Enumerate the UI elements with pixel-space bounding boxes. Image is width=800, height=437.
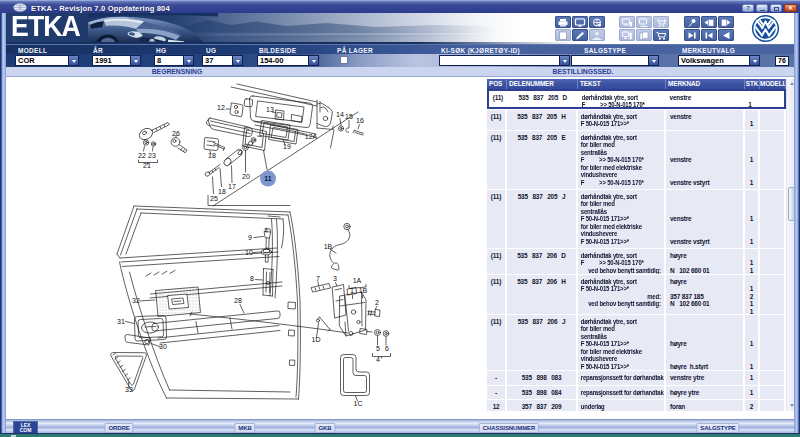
table-row[interactable]: -535 898 083reparasjonssett for dørhandt… <box>487 371 786 385</box>
cart-export-button[interactable] <box>653 16 669 28</box>
part-label-15[interactable]: 15 <box>345 113 353 120</box>
part-label-26[interactable]: 26 <box>172 130 180 137</box>
hg-combo[interactable]: 8 <box>154 55 194 66</box>
minimize-button[interactable] <box>756 4 768 12</box>
part-label-28[interactable]: 28 <box>234 297 242 304</box>
chevron-down-icon <box>749 56 759 65</box>
globe-button[interactable] <box>589 16 605 28</box>
dealer-button[interactable] <box>589 29 605 41</box>
table-row[interactable]: (11)535 837 206 Ddørhåndtak ytre, sortF … <box>487 249 786 274</box>
part-label-11[interactable]: 11 <box>264 175 272 182</box>
printer-button[interactable] <box>555 16 571 28</box>
part-label-9[interactable]: 9 <box>248 234 252 241</box>
table-row[interactable]: (11)535 837 206 Jdørhåndtak ytre, sortfo… <box>487 315 786 370</box>
footer-button-chassisnummer[interactable]: CHASSISNUMMER <box>479 423 539 433</box>
pencil-button[interactable] <box>572 29 588 41</box>
monitor-phone-button[interactable] <box>619 29 635 41</box>
salgstype-combo[interactable] <box>571 55 659 66</box>
back-button[interactable] <box>718 29 734 41</box>
close-button[interactable]: ✕ <box>784 4 797 12</box>
pin-button[interactable] <box>684 16 700 28</box>
part-label-18[interactable]: 18 <box>208 152 216 159</box>
part-label-20[interactable]: 20 <box>242 173 250 180</box>
part-label-1A[interactable]: 1A <box>353 277 362 284</box>
table-row[interactable]: -535 898 084reparasjonssett for dørhandt… <box>487 386 786 399</box>
part-label-17[interactable]: 17 <box>228 183 236 190</box>
ki-sok-combo[interactable] <box>439 55 570 66</box>
part-label-4[interactable]: 4 <box>376 356 380 363</box>
part-label-2[interactable]: 2 <box>375 299 379 306</box>
chevron-down-icon <box>648 56 658 65</box>
part-label-19[interactable]: 19 <box>283 143 291 150</box>
part-label-32[interactable]: 32 <box>132 297 140 304</box>
part-label-10[interactable]: 10 <box>245 249 253 256</box>
parts-diagram[interactable]: 121314151612A1926222321182017182591081B7… <box>6 78 483 419</box>
page-prev-button[interactable] <box>701 16 717 28</box>
skip-end-button[interactable] <box>684 29 700 41</box>
table-row[interactable]: (11)535 837 206 Hdørhåndtak ytre, sortF … <box>487 275 786 314</box>
footer-button-gkb[interactable]: GKB <box>314 423 335 433</box>
table-row[interactable]: (11)535 837 205 Ddørhåndtak ytre, sortF … <box>487 89 786 109</box>
footer-button-ordre[interactable]: ORDRE <box>104 423 133 433</box>
part-label-3[interactable]: 3 <box>333 275 337 282</box>
table-row[interactable]: (11)535 837 205 Hdørhåndtak ytre, sortF … <box>487 110 786 130</box>
documents-icon <box>638 31 650 40</box>
table-row[interactable]: (11)535 837 205 Edørhåndtak ytre, sortfo… <box>487 131 786 189</box>
banner: ETKA <box>0 13 800 44</box>
part-label-33[interactable]: 33 <box>125 386 133 393</box>
part-label-21[interactable]: 21 <box>143 162 151 169</box>
part-label-1C[interactable]: 1C <box>354 400 363 407</box>
ug-combo[interactable]: 37 <box>202 55 243 66</box>
part-label-1[interactable]: 1 <box>350 287 354 294</box>
column-header-modell[interactable]: MODELL <box>760 79 786 89</box>
merkeutvalg-combo[interactable]: Volkswagen <box>678 55 760 66</box>
part-label-7[interactable]: 7 <box>316 275 320 282</box>
page-next-button[interactable] <box>718 16 734 28</box>
column-header-merknad[interactable]: MERKNAD <box>666 79 745 89</box>
part-label-22[interactable]: 22 <box>138 152 146 159</box>
part-label-1D[interactable]: 1D <box>312 336 321 343</box>
maximize-button[interactable] <box>770 4 782 12</box>
part-label-8[interactable]: 8 <box>250 275 254 282</box>
elsa-monitor-button[interactable] <box>619 16 635 28</box>
part-label-23[interactable]: 23 <box>148 152 156 159</box>
column-header-tekst[interactable]: TEKST <box>578 79 666 89</box>
column-header-pos[interactable]: POS <box>487 79 507 89</box>
column-header-stk[interactable]: STK <box>745 79 760 89</box>
footer-button-salgstype[interactable]: SALGSTYPE <box>696 423 739 433</box>
monitor-button[interactable] <box>572 16 588 28</box>
depot-monitor-button[interactable] <box>636 16 652 28</box>
part-label-6[interactable]: 6 <box>385 345 389 352</box>
table-row[interactable]: (11)535 837 205 Jdørhåndtak ytre, sortfo… <box>487 190 786 248</box>
part-label-18[interactable]: 18 <box>218 188 226 195</box>
part-label-16[interactable]: 16 <box>356 117 364 124</box>
part-label-31[interactable]: 31 <box>117 318 125 325</box>
part-label-1B[interactable]: 1B <box>359 287 368 294</box>
footer-button-mkb[interactable]: MKB <box>234 423 255 433</box>
column-header-delenummer[interactable]: DELENUMMER <box>507 79 578 89</box>
table-row[interactable]: 12357 837 209underlagforan2 <box>487 400 786 411</box>
part-label-14[interactable]: 14 <box>336 111 344 118</box>
part-label-1B[interactable]: 1B <box>324 243 333 250</box>
window-border-left <box>0 13 6 433</box>
monitor-phone-icon <box>621 31 633 40</box>
merke-nr-field[interactable]: 76 <box>775 56 789 66</box>
merkeutvalg-label: MERKEUTVALG <box>682 47 735 54</box>
part-label-13[interactable]: 13 <box>266 106 274 113</box>
part-label-12[interactable]: 12 <box>217 104 225 111</box>
elsa-monitor-icon <box>621 18 633 27</box>
part-label-5[interactable]: 5 <box>376 345 380 352</box>
pa-lager-checkbox[interactable] <box>340 56 348 64</box>
first-button[interactable] <box>701 29 717 41</box>
part-label-12A[interactable]: 12A <box>305 133 318 140</box>
ar-combo[interactable]: 1991 <box>92 55 141 66</box>
lexcom-logo: LEXCOM <box>13 421 38 434</box>
cart-button[interactable] <box>653 29 669 41</box>
help-button[interactable]: ? <box>742 4 754 12</box>
part-label-25[interactable]: 25 <box>210 195 218 202</box>
bildeside-combo[interactable]: 154-00 <box>257 55 319 66</box>
modell-combo[interactable]: COR <box>15 55 79 66</box>
part-label-30[interactable]: 30 <box>159 343 167 350</box>
documents-button[interactable] <box>636 29 652 41</box>
blank-document-button[interactable] <box>555 29 571 41</box>
